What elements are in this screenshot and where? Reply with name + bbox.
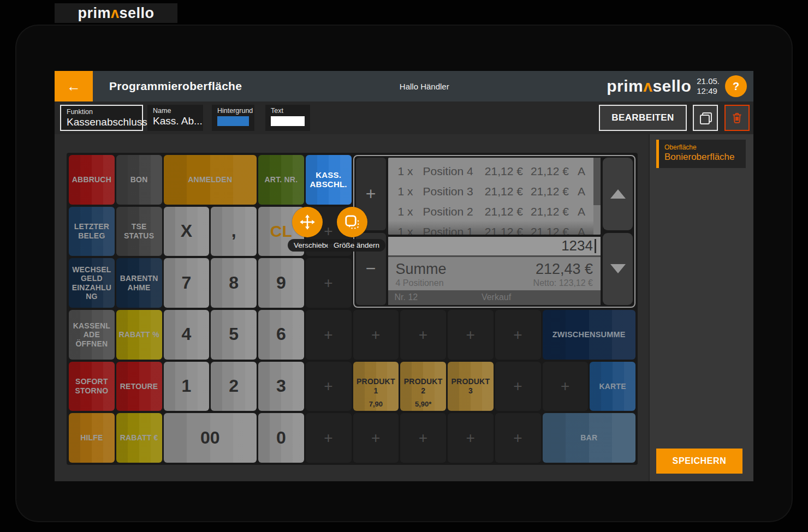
grid-button-key-8[interactable]: 8 (211, 258, 257, 308)
grid-button-barentnahme[interactable]: BARENTNAHME (116, 258, 162, 308)
grid-button-sofort-storno[interactable]: SOFORT STORNO (69, 362, 115, 411)
grid-button-letzter-beleg[interactable]: LETZTER BELEG (69, 207, 115, 256)
grid-button-key-6[interactable]: 6 (258, 310, 304, 360)
receipt-position-list: 1 xPosition 421,12 €21,12 €A 1 xPosition… (388, 158, 601, 235)
app-window: ← Programmieroberfläche Hallo Händler pr… (55, 71, 753, 481)
background-color-swatch[interactable] (217, 116, 249, 126)
receipt-scroll-up-button[interactable] (603, 158, 633, 230)
grid-button-add-r6c9[interactable]: + (448, 413, 494, 463)
triangle-up-icon (610, 189, 626, 199)
greeting-text: Hallo Händler (400, 82, 449, 91)
text-cursor (595, 239, 596, 253)
grid-button-anmelden[interactable]: ANMELDEN (164, 155, 257, 205)
copy-button[interactable] (693, 105, 718, 131)
grid-button-add-r6c8[interactable]: + (400, 413, 446, 463)
receipt-scrollbar[interactable] (593, 158, 601, 235)
delete-button[interactable] (724, 105, 750, 131)
move-button[interactable] (292, 207, 323, 237)
grid-button-abbruch[interactable]: ABBRUCH (69, 155, 115, 205)
sidebar: Oberfläche Bonieroberfläche SPEICHERN (649, 134, 753, 481)
grid-button-key-7[interactable]: 7 (164, 258, 210, 308)
grid-button-key-0[interactable]: 0 (258, 413, 304, 463)
grid-button-produkt-3[interactable]: PRODUKT 3 (448, 362, 494, 411)
grid-button-add-r5c6[interactable]: + (306, 362, 352, 411)
name-field[interactable]: Name Kass. Ab... (147, 105, 203, 131)
funktion-field[interactable]: Funktion Kassenabschluss (60, 105, 143, 131)
resize-icon (344, 214, 360, 230)
text-color-swatch[interactable] (271, 116, 305, 126)
grid-button-kass-abschl[interactable]: KASS. ABSCHL. (306, 155, 352, 205)
grid-button-key-9[interactable]: 9 (258, 258, 304, 308)
question-mark-icon: ? (733, 80, 739, 93)
receipt-mode: Verkauf (482, 292, 511, 302)
receipt-row: 1 xPosition 421,12 €21,12 €A (388, 161, 601, 181)
grid-button-produkt-2[interactable]: PRODUKT 25,90* (400, 362, 446, 411)
receipt-row: 1 xPosition 321,12 €21,12 €A (388, 181, 601, 201)
sum-value: 212,43 € (533, 261, 593, 278)
back-button[interactable]: ← (55, 71, 93, 101)
grid-button-karte[interactable]: KARTE (590, 362, 635, 411)
grid-button-wechselgeld-einzahlung[interactable]: WECHSELGELD EINZAHLUNG (69, 258, 115, 308)
background-color-field[interactable]: Hintergrund (212, 105, 254, 131)
grid-button-art-nr[interactable]: ART. NR. (258, 155, 304, 205)
button-grid: + − 1 xPosition 421,12 €21,12 €A 1 xPosi… (67, 153, 638, 465)
grid-button-key-comma[interactable]: , (211, 207, 257, 256)
layout-canvas: + − 1 xPosition 421,12 €21,12 €A 1 xPosi… (55, 134, 649, 481)
grid-button-add-r5c11[interactable]: + (543, 362, 589, 411)
scrollbar-thumb[interactable] (593, 158, 601, 205)
grid-button-key-5[interactable]: 5 (211, 310, 257, 360)
grid-button-add-r4c7[interactable]: + (353, 310, 399, 360)
bearbeiten-button[interactable]: BEARBEITEN (599, 105, 687, 131)
screen: primʌsello ← Programmieroberfläche Hallo… (0, 0, 808, 532)
grid-button-add-r4c10[interactable]: + (495, 310, 541, 360)
date-text: 21.05. (697, 76, 720, 86)
grid-button-add-r6c7[interactable]: + (353, 413, 399, 463)
grid-button-kassenlade-oeffnen[interactable]: KASSENLADE ÖFFNEN (69, 310, 115, 360)
triangle-down-icon (610, 264, 626, 273)
grid-button-key-3[interactable]: 3 (258, 362, 304, 411)
receipt-scroll-down-button[interactable] (603, 233, 633, 306)
grid-button-key-1[interactable]: 1 (164, 362, 210, 411)
grid-button-add-r3c6[interactable]: + (306, 258, 352, 308)
grid-button-rabatt-euro[interactable]: RABATT € (116, 413, 162, 463)
grid-button-rabatt-prozent[interactable]: RABATT % (116, 310, 162, 360)
help-button[interactable]: ? (725, 75, 747, 97)
text-color-field[interactable]: Text (265, 105, 310, 131)
grid-button-hilfe[interactable]: HILFE (69, 413, 115, 463)
edit-toolbar: Funktion Kassenabschluss Name Kass. Ab..… (55, 101, 753, 134)
receipt-amount-input[interactable]: 1234 (388, 237, 601, 257)
grid-button-add-r6c6[interactable]: + (306, 413, 352, 463)
move-icon (299, 214, 316, 230)
device-logo: primʌsello (55, 3, 177, 23)
speichern-button[interactable]: SPEICHERN (656, 449, 742, 474)
grid-button-add-r4c9[interactable]: + (448, 310, 494, 360)
grid-button-tse-status[interactable]: TSE STATUS (116, 207, 162, 256)
grid-button-add-r5c10[interactable]: + (495, 362, 541, 411)
app-header: ← Programmieroberfläche Hallo Händler pr… (55, 71, 753, 101)
grid-button-retoure[interactable]: RETOURE (116, 362, 162, 411)
grid-button-produkt-1[interactable]: PRODUKT 17,90 (353, 362, 399, 411)
surface-selector[interactable]: Oberfläche Bonieroberfläche (656, 140, 746, 168)
grid-button-bar[interactable]: BAR (543, 413, 636, 463)
grid-button-key-00[interactable]: 00 (164, 413, 257, 463)
grid-button-add-r4c6[interactable]: + (306, 310, 352, 360)
grid-button-zwischensumme[interactable]: ZWISCHENSUMME (543, 310, 636, 360)
receipt-preview: + − 1 xPosition 421,12 €21,12 €A 1 xPosi… (353, 155, 636, 308)
grid-button-add-r4c8[interactable]: + (400, 310, 446, 360)
plus-icon: + (366, 184, 376, 204)
header-logo: primʌsello (607, 77, 691, 95)
grid-button-bon[interactable]: BON (116, 155, 162, 205)
list-fade (388, 220, 594, 235)
grid-button-key-x[interactable]: X (164, 207, 210, 256)
price-label: 7,90 (353, 400, 399, 408)
page-title: Programmieroberfläche (109, 80, 242, 93)
price-label: 5,90* (400, 400, 446, 408)
grid-button-key-2[interactable]: 2 (211, 362, 257, 411)
copy-icon (700, 112, 711, 123)
grid-button-key-4[interactable]: 4 (164, 310, 210, 360)
grid-button-add-r6c10[interactable]: + (495, 413, 541, 463)
time-text: 12:49 (697, 86, 720, 96)
resize-button[interactable] (337, 207, 367, 237)
receipt-number: Nr. 12 (395, 292, 418, 302)
datetime: 21.05. 12:49 (697, 76, 720, 96)
